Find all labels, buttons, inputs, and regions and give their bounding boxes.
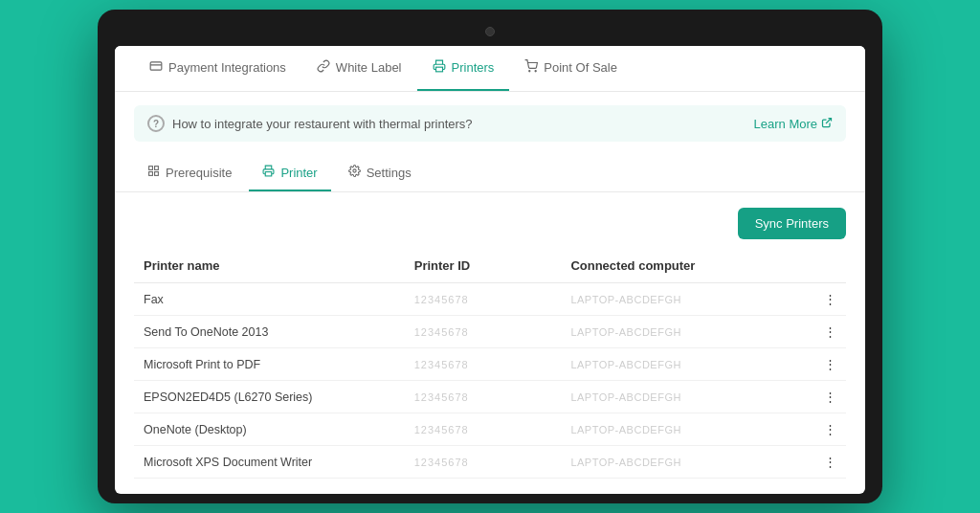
table-header-row: Printer name Printer ID Connected comput… bbox=[134, 253, 846, 283]
printer-computer-cell: LAPTOP-ABCDEFGH bbox=[561, 413, 803, 446]
printer-sub-icon bbox=[262, 165, 275, 180]
printer-computer-cell: LAPTOP-ABCDEFGH bbox=[561, 283, 803, 316]
svg-point-3 bbox=[529, 71, 530, 72]
printer-name-cell: Microsoft XPS Document Writer bbox=[134, 446, 405, 479]
table-row: Microsoft XPS Document Writer12345678LAP… bbox=[134, 446, 846, 479]
row-menu-button[interactable]: ⋮ bbox=[803, 381, 846, 413]
pos-icon bbox=[524, 59, 538, 76]
printer-computer-cell: LAPTOP-ABCDEFGH bbox=[561, 348, 803, 381]
content-header: Sync Printers bbox=[134, 208, 846, 239]
table-row: Fax12345678LAPTOP-ABCDEFGH⋮ bbox=[134, 283, 846, 316]
info-text-area: ? How to integrate your restaurent with … bbox=[147, 115, 473, 132]
laptop-screen: Payment Integrations White Label Printer… bbox=[115, 46, 865, 494]
tab-point-of-sale[interactable]: Point Of Sale bbox=[509, 46, 633, 91]
printer-name-cell: Microsoft Print to PDF bbox=[134, 348, 405, 381]
col-header-computer: Connected computer bbox=[561, 253, 803, 283]
content-area: Sync Printers Printer name Printer ID Co… bbox=[115, 192, 865, 494]
col-header-id: Printer ID bbox=[405, 253, 562, 283]
sub-tab-printer[interactable]: Printer bbox=[249, 155, 330, 191]
printer-name-cell: EPSON2ED4D5 (L6270 Series) bbox=[134, 381, 405, 413]
svg-rect-7 bbox=[155, 167, 159, 170]
svg-rect-6 bbox=[149, 167, 153, 170]
payment-icon bbox=[149, 59, 163, 76]
laptop-frame: Payment Integrations White Label Printer… bbox=[98, 10, 882, 503]
settings-icon bbox=[348, 165, 361, 180]
svg-point-4 bbox=[535, 71, 536, 72]
printer-id-cell: 12345678 bbox=[405, 381, 562, 413]
row-menu-button[interactable]: ⋮ bbox=[803, 413, 846, 446]
svg-rect-8 bbox=[149, 172, 153, 176]
printer-name-cell: Send To OneNote 2013 bbox=[134, 316, 405, 348]
svg-point-11 bbox=[353, 169, 356, 172]
row-menu-button[interactable]: ⋮ bbox=[803, 446, 846, 479]
printer-computer-cell: LAPTOP-ABCDEFGH bbox=[561, 316, 803, 348]
table-row: OneNote (Desktop)12345678LAPTOP-ABCDEFGH… bbox=[134, 413, 846, 446]
info-banner: ? How to integrate your restaurent with … bbox=[134, 105, 846, 142]
main-tab-bar: Payment Integrations White Label Printer… bbox=[115, 46, 865, 92]
printer-table: Printer name Printer ID Connected comput… bbox=[134, 253, 846, 479]
row-menu-button[interactable]: ⋮ bbox=[803, 348, 846, 381]
col-header-name: Printer name bbox=[134, 253, 405, 283]
printer-id-cell: 12345678 bbox=[405, 446, 562, 479]
learn-more-link[interactable]: Learn More bbox=[754, 117, 833, 131]
prerequisite-icon bbox=[147, 165, 160, 180]
row-menu-button[interactable]: ⋮ bbox=[803, 283, 846, 316]
svg-rect-0 bbox=[150, 62, 162, 70]
help-icon: ? bbox=[147, 115, 165, 132]
external-link-icon bbox=[821, 117, 833, 130]
sub-tab-bar: Prerequisite Printer Settings bbox=[115, 155, 865, 192]
sync-printers-button[interactable]: Sync Printers bbox=[738, 208, 846, 239]
tab-printers[interactable]: Printers bbox=[417, 46, 510, 91]
printer-computer-cell: LAPTOP-ABCDEFGH bbox=[561, 381, 803, 413]
printer-id-cell: 12345678 bbox=[405, 316, 562, 348]
printer-id-cell: 12345678 bbox=[405, 283, 562, 316]
printer-id-cell: 12345678 bbox=[405, 348, 562, 381]
printer-name-cell: OneNote (Desktop) bbox=[134, 413, 405, 446]
printer-computer-cell: LAPTOP-ABCDEFGH bbox=[561, 446, 803, 479]
info-text: How to integrate your restaurent with th… bbox=[172, 117, 473, 131]
table-row: Send To OneNote 201312345678LAPTOP-ABCDE… bbox=[134, 316, 846, 348]
table-row: EPSON2ED4D5 (L6270 Series)12345678LAPTOP… bbox=[134, 381, 846, 413]
svg-rect-10 bbox=[266, 172, 273, 176]
printer-tab-icon bbox=[433, 59, 446, 76]
col-header-action bbox=[803, 253, 846, 283]
sub-tab-settings[interactable]: Settings bbox=[335, 155, 425, 191]
svg-rect-2 bbox=[435, 67, 442, 72]
tab-payment-integrations[interactable]: Payment Integrations bbox=[134, 46, 301, 91]
tab-white-label[interactable]: White Label bbox=[301, 46, 417, 91]
white-label-icon bbox=[317, 59, 330, 76]
svg-rect-9 bbox=[155, 172, 159, 176]
svg-line-5 bbox=[826, 119, 832, 124]
printer-id-cell: 12345678 bbox=[405, 413, 562, 446]
row-menu-button[interactable]: ⋮ bbox=[803, 316, 846, 348]
printer-name-cell: Fax bbox=[134, 283, 405, 316]
laptop-camera bbox=[485, 27, 495, 36]
table-row: Microsoft Print to PDF12345678LAPTOP-ABC… bbox=[134, 348, 846, 381]
sub-tab-prerequisite[interactable]: Prerequisite bbox=[134, 155, 245, 191]
